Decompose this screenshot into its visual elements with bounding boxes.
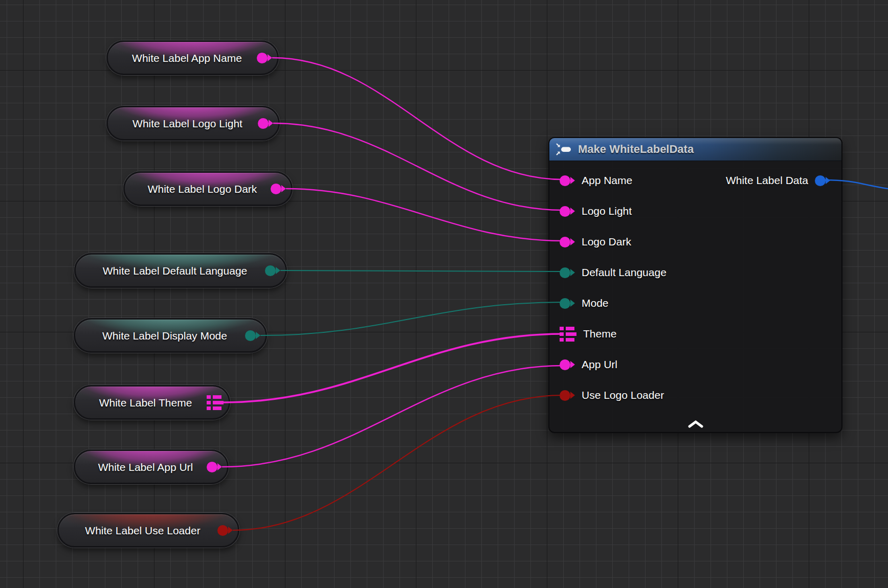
variable-node-white-label-display-mode[interactable]: White Label Display Mode [74,318,267,353]
wire-app-url [223,366,563,467]
pin-row-theme: Theme [549,319,841,349]
pin-label: Theme [583,328,616,340]
pin-label: App Url [582,358,617,371]
bool-output-pin[interactable] [217,525,233,536]
variable-label: White Label Display Mode [87,330,245,341]
string-output-pin[interactable] [257,53,272,63]
pin-row-white-label-data: White Label Data [726,165,830,196]
variable-label: White Label Use Loader [71,525,217,536]
variable-node-white-label-app-name[interactable]: White Label App Name [106,40,279,75]
string-output-pin[interactable] [271,184,286,194]
input-pin-use-logo-loader[interactable] [560,390,575,401]
wire-app-name [273,58,563,179]
wire-use-loader [233,395,563,530]
pin-label: White Label Data [726,174,808,187]
variable-node-white-label-theme[interactable]: White Label Theme [74,385,230,420]
variable-node-white-label-app-url[interactable]: White Label App Url [74,449,229,484]
variable-label: White Label Default Language [88,265,265,276]
struct-output-pin[interactable] [207,395,224,410]
variable-node-white-label-use-loader[interactable]: White Label Use Loader [57,513,239,548]
pin-row-use-logo-loader: Use Logo Loader [549,380,841,411]
make-whitelabeldata-node[interactable]: Make WhiteLabelData App Name Logo Light … [548,137,842,433]
string-output-pin[interactable] [207,462,222,472]
pin-row-app-url: App Url [549,349,841,380]
input-pin-rows: App Name Logo Light Logo Dark Default La… [549,161,841,411]
input-pin-logo-dark[interactable] [560,237,575,247]
pin-label: Mode [582,297,609,309]
pin-row-logo-dark: Logo Dark [549,227,841,257]
pin-label: Logo Light [582,205,632,217]
variable-label: White Label App Name [120,53,257,63]
wire-display-mode [261,302,563,335]
pin-row-mode: Mode [549,288,841,319]
output-pin-white-label-data[interactable] [815,175,830,186]
variable-node-white-label-default-language[interactable]: White Label Default Language [74,253,287,288]
pin-label: Default Language [582,266,667,279]
wire-logo-dark [286,189,563,241]
pin-label: App Name [582,174,632,187]
enum-output-pin[interactable] [245,330,260,341]
wire-logo-light [274,123,563,210]
variable-label: White Label Theme [87,397,207,408]
variable-label: White Label Logo Light [120,118,258,129]
node-title: Make WhiteLabelData [578,143,694,156]
variable-label: White Label Logo Dark [137,184,271,194]
input-pin-default-language[interactable] [560,267,575,278]
variable-node-white-label-logo-light[interactable]: White Label Logo Light [106,106,280,141]
pin-label: Use Logo Loader [582,389,664,401]
variable-node-white-label-logo-dark[interactable]: White Label Logo Dark [123,171,293,206]
pin-row-default-language: Default Language [549,257,841,288]
collapse-chevron-icon[interactable] [687,420,704,429]
input-pin-app-name[interactable] [560,175,575,186]
input-pin-mode[interactable] [560,298,575,309]
node-header[interactable]: Make WhiteLabelData [549,138,841,161]
graph-canvas[interactable]: White Label App Name White Label Logo Li… [0,0,888,588]
pin-row-logo-light: Logo Light [549,196,841,227]
variable-label: White Label App Url [87,462,207,472]
input-pin-logo-light[interactable] [560,206,575,217]
wire-theme [224,334,563,402]
pin-label: Logo Dark [582,236,631,248]
input-pin-app-url[interactable] [560,359,575,370]
wire-default-language [281,270,563,272]
enum-output-pin[interactable] [265,265,280,276]
make-struct-icon [556,142,572,156]
string-output-pin[interactable] [258,118,273,129]
input-pin-theme[interactable] [560,327,576,342]
